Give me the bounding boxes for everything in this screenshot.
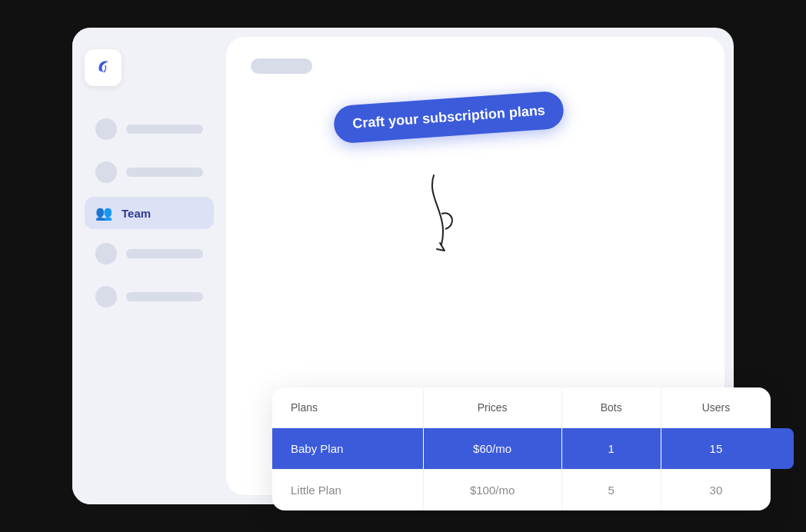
app-logo-icon — [93, 55, 113, 80]
col-header-users: Users — [661, 387, 771, 428]
main-content: Craft your subscription plans Plans Pric… — [226, 37, 724, 495]
sidebar-dot-4 — [95, 243, 117, 264]
sidebar-label-5 — [126, 292, 203, 301]
little-plan-price: $100/mo — [423, 470, 561, 511]
sidebar-item-1[interactable] — [85, 111, 214, 148]
logo-area — [85, 49, 214, 86]
tooltip-bubble: Craft your subscription plans — [333, 91, 565, 145]
tooltip-text: Craft your subscription plans — [352, 102, 546, 131]
sidebar-label-4 — [126, 249, 203, 258]
sidebar-label-2 — [126, 168, 203, 177]
team-icon: 👥 — [95, 204, 112, 221]
table-container: Plans Prices Bots Users Baby Plan $60/mo… — [272, 387, 771, 510]
main-card: 👥 Team Craft your subscript — [72, 28, 734, 504]
sidebar-items: 👥 Team — [85, 111, 214, 315]
sidebar-dot-2 — [95, 161, 117, 183]
table-row-little[interactable]: Little Plan $100/mo 5 30 — [272, 470, 771, 511]
subscription-table: Plans Prices Bots Users Baby Plan $60/mo… — [272, 387, 771, 510]
sidebar-item-team[interactable]: 👥 Team — [85, 197, 214, 229]
baby-plan-users: 15 — [661, 428, 771, 470]
sidebar-dot-5 — [95, 286, 117, 308]
sidebar-item-2[interactable] — [85, 154, 214, 191]
logo-box — [85, 49, 122, 86]
table-row-baby[interactable]: Baby Plan $60/mo 1 15 — [272, 428, 771, 470]
sidebar-team-label: Team — [122, 207, 151, 220]
col-header-plans: Plans — [272, 387, 423, 428]
sidebar: 👥 Team — [72, 28, 226, 504]
outer-wrapper: 👥 Team Craft your subscript — [0, 0, 806, 532]
sidebar-item-5[interactable] — [85, 278, 214, 315]
sidebar-label-1 — [126, 125, 203, 134]
blue-tab — [771, 428, 794, 469]
col-header-prices: Prices — [423, 387, 561, 428]
arrow-svg — [411, 168, 480, 268]
little-plan-users: 30 — [661, 470, 771, 511]
baby-plan-bots: 1 — [561, 428, 661, 470]
little-plan-bots: 5 — [561, 470, 661, 511]
little-plan-name: Little Plan — [272, 470, 423, 511]
sidebar-dot-1 — [95, 118, 117, 140]
top-pill — [251, 58, 312, 74]
col-header-bots: Bots — [561, 387, 661, 428]
sidebar-item-4[interactable] — [85, 235, 214, 272]
baby-plan-price: $60/mo — [423, 428, 561, 470]
baby-plan-name: Baby Plan — [272, 428, 423, 470]
